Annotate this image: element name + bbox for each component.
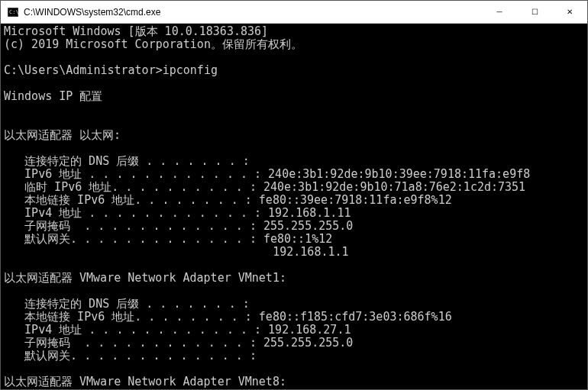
terminal-line: 子网掩码 . . . . . . . . . . . . : 255.255.2… xyxy=(4,337,584,350)
terminal-line: 临时 IPv6 地址. . . . . . . . . . : 240e:3b1… xyxy=(4,181,584,194)
terminal-line: 本地链接 IPv6 地址. . . . . . . . : fe80::f185… xyxy=(4,311,584,324)
terminal-line: IPv6 地址 . . . . . . . . . . . . : 240e:3… xyxy=(4,168,584,181)
terminal-line: C:\Users\Administrator>ipconfig xyxy=(4,64,584,77)
cmd-window: C:\ C:\WINDOWS\system32\cmd.exe ─ ☐ ✕ Mi… xyxy=(0,0,588,390)
close-button[interactable]: ✕ xyxy=(552,1,587,23)
terminal-line xyxy=(4,363,584,375)
maximize-button[interactable]: ☐ xyxy=(517,1,552,23)
titlebar[interactable]: C:\ C:\WINDOWS\system32\cmd.exe ─ ☐ ✕ xyxy=(1,1,587,24)
terminal-line: 连接特定的 DNS 后缀 . . . . . . . : xyxy=(4,298,584,311)
svg-text:C:\: C:\ xyxy=(9,9,18,15)
terminal-line: 默认网关. . . . . . . . . . . . . : fe80::1%… xyxy=(4,233,584,246)
terminal-line xyxy=(4,142,584,155)
terminal-line: 默认网关. . . . . . . . . . . . . : xyxy=(4,350,584,363)
terminal-line xyxy=(4,116,584,129)
terminal-line: (c) 2019 Microsoft Corporation。保留所有权利。 xyxy=(4,38,584,51)
terminal-line: Microsoft Windows [版本 10.0.18363.836] xyxy=(4,25,584,38)
terminal-line xyxy=(4,388,584,389)
terminal-line xyxy=(4,51,584,64)
terminal-line: 以太网适配器 以太网: xyxy=(4,129,584,142)
cmd-icon: C:\ xyxy=(7,6,19,18)
terminal-line: IPv4 地址 . . . . . . . . . . . . : 192.16… xyxy=(4,324,584,337)
terminal-line xyxy=(4,77,584,90)
terminal-line: IPv4 地址 . . . . . . . . . . . . : 192.16… xyxy=(4,207,584,220)
terminal-line: 192.168.1.1 xyxy=(4,246,584,259)
terminal-line xyxy=(4,285,584,298)
terminal-line: 子网掩码 . . . . . . . . . . . . : 255.255.2… xyxy=(4,220,584,233)
minimize-button[interactable]: ─ xyxy=(482,1,517,23)
terminal-line: 本地链接 IPv6 地址. . . . . . . . : fe80::39ee… xyxy=(4,194,584,207)
terminal-output[interactable]: Microsoft Windows [版本 10.0.18363.836](c)… xyxy=(1,24,587,389)
terminal-line: 以太网适配器 VMware Network Adapter VMnet8: xyxy=(4,375,584,388)
window-title: C:\WINDOWS\system32\cmd.exe xyxy=(24,7,482,18)
window-controls: ─ ☐ ✕ xyxy=(482,1,587,23)
terminal-line xyxy=(4,103,584,116)
terminal-line: Windows IP 配置 xyxy=(4,90,584,103)
terminal-line: 连接特定的 DNS 后缀 . . . . . . . : xyxy=(4,155,584,168)
terminal-line xyxy=(4,259,584,272)
terminal-line: 以太网适配器 VMware Network Adapter VMnet1: xyxy=(4,272,584,285)
